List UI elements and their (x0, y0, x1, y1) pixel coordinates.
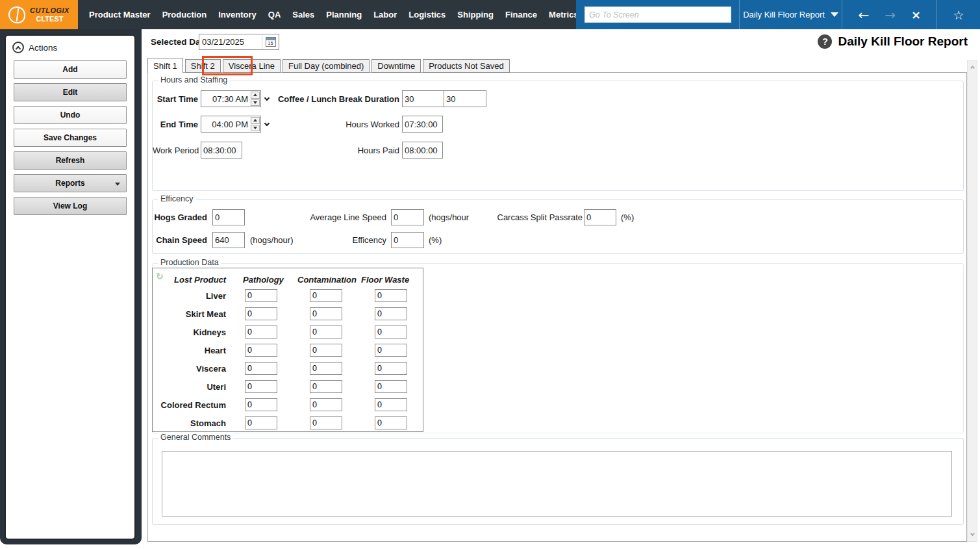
stomach-pathology-input[interactable] (245, 416, 277, 429)
chevron-down-icon (831, 12, 838, 17)
end-time-spin-up-button[interactable] (251, 117, 260, 124)
uteri-pathology-input[interactable] (245, 380, 277, 393)
tab-downtime[interactable]: Downtime (371, 59, 421, 73)
spin-down-icon (253, 127, 257, 129)
work-period-label: Work Period (153, 146, 198, 155)
nav-item-sales[interactable]: Sales (286, 0, 320, 29)
stomach-contamination-input[interactable] (310, 416, 342, 429)
shift-1-tab-panel: Hours and Staffing Start Time 07:30 AM C… (147, 72, 967, 542)
nav-item-shipping[interactable]: Shipping (451, 0, 499, 29)
viscera-floor-waste-input[interactable] (375, 362, 407, 375)
help-icon[interactable]: ? (818, 34, 832, 49)
selected-date-input[interactable] (199, 34, 262, 49)
nav-item-product-master[interactable]: Product Master (83, 0, 157, 29)
reports-button[interactable]: Reports (14, 174, 127, 192)
add-button[interactable]: Add (14, 60, 127, 79)
nav-item-labor[interactable]: Labor (368, 0, 403, 29)
tab-shift-2[interactable]: Shift 2 (185, 59, 221, 73)
efficiency-group-label: Efficency (158, 194, 196, 203)
skirt-meat-floor-waste-input[interactable] (375, 307, 407, 320)
break-duration-input-2[interactable] (444, 90, 486, 107)
nav-item-planning[interactable]: Planning (320, 0, 368, 29)
viscera-pathology-input[interactable] (245, 362, 277, 375)
view-log-button[interactable]: View Log (14, 197, 127, 215)
chevron-down-icon (264, 120, 269, 125)
brand-name: CUTLOGIX (30, 6, 69, 14)
chevron-up-icon (970, 66, 974, 70)
heart-contamination-input[interactable] (310, 344, 342, 357)
average-line-speed-input[interactable] (391, 209, 424, 225)
break-duration-input-1[interactable] (402, 90, 444, 107)
skirt-meat-contamination-input[interactable] (310, 307, 342, 320)
column-header-lost-product: Lost Product (174, 275, 226, 285)
colored-rectum-floor-waste-input[interactable] (375, 398, 407, 411)
hogs-graded-input[interactable] (212, 209, 245, 225)
skirt-meat-pathology-input[interactable] (245, 307, 277, 320)
nav-item-logistics[interactable]: Logistics (403, 0, 451, 29)
production-data-group: Production Data ↻ Lost Product Pathology… (152, 263, 964, 433)
nav-item-production[interactable]: Production (157, 0, 213, 29)
heart-pathology-input[interactable] (245, 344, 277, 357)
calendar-button[interactable]: 15 (262, 34, 279, 49)
liver-floor-waste-input[interactable] (375, 289, 407, 302)
general-comments-group: General Comments (152, 438, 964, 525)
efficiency-input[interactable] (391, 232, 424, 248)
actions-panel: Actions Add Edit Undo Save Changes Refre… (5, 34, 136, 540)
refresh-table-icon[interactable]: ↻ (156, 272, 164, 281)
edit-button[interactable]: Edit (14, 83, 127, 101)
hours-paid-input[interactable] (402, 142, 443, 159)
nav-item-qa[interactable]: QA (262, 0, 287, 29)
undo-button[interactable]: Undo (14, 106, 127, 124)
general-comments-textarea[interactable] (162, 451, 952, 517)
vertical-scrollbar[interactable] (967, 60, 977, 542)
colored-rectum-contamination-input[interactable] (310, 398, 342, 411)
refresh-button[interactable]: Refresh (14, 151, 127, 170)
viscera-contamination-input[interactable] (310, 362, 342, 375)
carcass-split-passrate-input[interactable] (584, 209, 616, 225)
row-label-viscera: Viscera (153, 364, 226, 374)
end-time-box[interactable]: 04:00 PM (201, 116, 261, 133)
liver-pathology-input[interactable] (245, 289, 277, 302)
page-title: Daily Kill Floor Report (838, 34, 968, 49)
row-label-heart: Heart (153, 346, 226, 355)
nav-item-inventory[interactable]: Inventory (212, 0, 262, 29)
back-arrow-icon[interactable]: ← (858, 8, 869, 21)
stomach-floor-waste-input[interactable] (375, 416, 407, 429)
favorite-star-icon[interactable]: ☆ (937, 0, 980, 29)
kidneys-contamination-input[interactable] (310, 326, 342, 338)
start-time-label: Start Time (153, 94, 198, 104)
chevron-down-icon (115, 183, 120, 186)
row-label-stomach: Stomach (153, 418, 226, 428)
screen-selector-dropdown[interactable]: Daily Kill Floor Report (740, 0, 842, 29)
kidneys-pathology-input[interactable] (245, 326, 277, 338)
chain-speed-unit: (hogs/hour) (250, 235, 293, 245)
forward-arrow-icon[interactable]: → (885, 8, 896, 21)
calendar-icon: 15 (266, 37, 276, 47)
heart-floor-waste-input[interactable] (375, 344, 407, 357)
hours-worked-input[interactable] (402, 116, 443, 133)
start-time-spin-up-button[interactable] (251, 92, 260, 99)
collapse-actions-button[interactable] (12, 42, 24, 53)
start-time-spin-down-button[interactable] (251, 99, 260, 107)
tab-full-day-combined[interactable]: Full Day (combined) (283, 59, 370, 73)
chain-speed-input[interactable] (212, 232, 245, 248)
uteri-floor-waste-input[interactable] (375, 380, 407, 393)
colored-rectum-pathology-input[interactable] (245, 398, 277, 411)
tab-viscera-line[interactable]: Viscera Line (223, 59, 281, 73)
save-changes-button[interactable]: Save Changes (14, 129, 127, 147)
screen-toolbar: Daily Kill Floor Report ← → × ☆ (576, 0, 980, 29)
liver-contamination-input[interactable] (310, 289, 342, 302)
close-icon[interactable]: × (911, 9, 921, 21)
kidneys-floor-waste-input[interactable] (375, 326, 407, 338)
uteri-contamination-input[interactable] (310, 380, 342, 393)
tab-shift-1[interactable]: Shift 1 (147, 58, 183, 73)
work-period-input[interactable] (201, 142, 242, 159)
scrollbar-down-button[interactable] (968, 530, 977, 540)
scrollbar-up-button[interactable] (968, 62, 977, 72)
hours-and-staffing-label: Hours and Staffing (158, 75, 230, 84)
start-time-box[interactable]: 07:30 AM (201, 90, 261, 107)
end-time-spin-down-button[interactable] (251, 125, 260, 132)
tab-products-not-saved[interactable]: Products Not Saved (423, 59, 510, 73)
go-to-screen-input[interactable] (584, 6, 731, 23)
nav-item-finance[interactable]: Finance (499, 0, 543, 29)
